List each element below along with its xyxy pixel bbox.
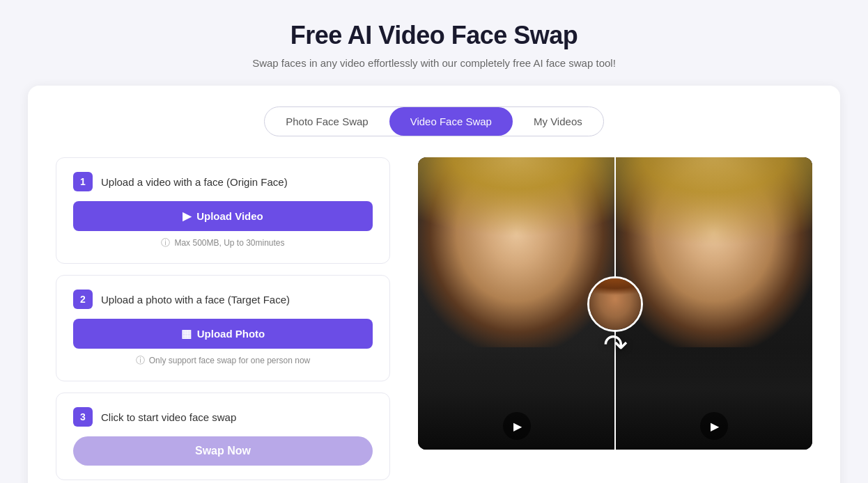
- play-button-left[interactable]: ▶: [503, 412, 531, 440]
- preview-right: [615, 157, 812, 450]
- upload-photo-icon: ▦: [181, 327, 192, 340]
- face-circle: [587, 276, 643, 332]
- step-3-header: 3 Click to start video face swap: [73, 407, 373, 427]
- step-2-hint: ⓘ Only support face swap for one person …: [73, 354, 373, 367]
- step-1-hint: ⓘ Max 500MB, Up to 30minutes: [73, 237, 373, 249]
- page-title: Free AI Video Face Swap: [28, 21, 840, 50]
- step-1-card: 1 Upload a video with a face (Origin Fac…: [56, 157, 390, 264]
- tab-video-face-swap[interactable]: Video Face Swap: [389, 107, 513, 136]
- swap-arrow-icon: ↷: [603, 331, 628, 360]
- upload-video-button[interactable]: ▶ Upload Video: [73, 201, 373, 231]
- upload-video-icon: ▶: [183, 209, 191, 223]
- tab-switcher: Photo Face Swap Video Face Swap My Video…: [56, 106, 812, 136]
- content-layout: 1 Upload a video with a face (Origin Fac…: [56, 157, 812, 480]
- swap-now-button[interactable]: Swap Now: [73, 436, 373, 466]
- preview-images: ↷ ▶ ▶: [418, 157, 812, 450]
- step-3-label: Click to start video face swap: [101, 411, 236, 423]
- page-subtitle: Swap faces in any video effortlessly wit…: [28, 57, 840, 69]
- step-1-number: 1: [73, 172, 93, 191]
- step-2-card: 2 Upload a photo with a face (Target Fac…: [56, 275, 390, 381]
- hair-left: [418, 157, 615, 289]
- tab-group: Photo Face Swap Video Face Swap My Video…: [264, 106, 603, 136]
- step-2-header: 2 Upload a photo with a face (Target Fac…: [73, 290, 373, 309]
- info-icon-1: ⓘ: [161, 237, 170, 249]
- main-card: Photo Face Swap Video Face Swap My Video…: [28, 86, 840, 483]
- play-icon-right: ▶: [711, 420, 719, 433]
- play-button-right[interactable]: ▶: [700, 412, 728, 440]
- preview-panel: ↷ ▶ ▶: [418, 157, 812, 450]
- preview-left: [418, 157, 615, 450]
- play-icon-left: ▶: [513, 420, 522, 433]
- tab-photo-face-swap[interactable]: Photo Face Swap: [265, 107, 389, 136]
- step-3-card: 3 Click to start video face swap Swap No…: [56, 393, 390, 480]
- face-hair-overlay: [589, 278, 641, 299]
- step-3-number: 3: [73, 407, 93, 427]
- step-1-header: 1 Upload a video with a face (Origin Fac…: [73, 172, 373, 191]
- tab-my-videos[interactable]: My Videos: [513, 107, 603, 136]
- swap-arrow-overlay: ↷: [587, 276, 643, 360]
- upload-photo-button[interactable]: ▦ Upload Photo: [73, 319, 373, 349]
- step-2-number: 2: [73, 290, 93, 309]
- info-icon-2: ⓘ: [136, 354, 145, 367]
- page-wrapper: Free AI Video Face Swap Swap faces in an…: [0, 0, 868, 483]
- step-2-label: Upload a photo with a face (Target Face): [101, 294, 290, 306]
- hair-right: [615, 157, 812, 303]
- step-1-label: Upload a video with a face (Origin Face): [101, 176, 288, 188]
- steps-panel: 1 Upload a video with a face (Origin Fac…: [56, 157, 390, 480]
